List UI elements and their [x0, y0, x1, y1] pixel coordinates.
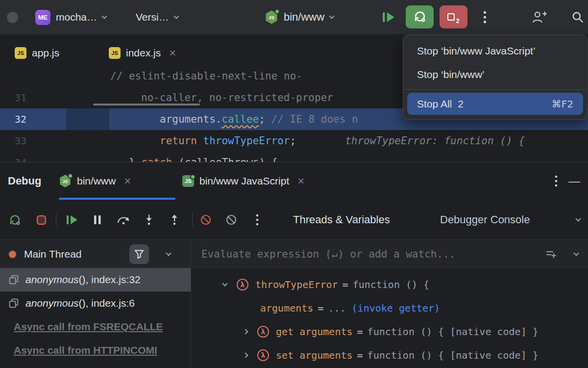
stack-frame-row[interactable]: anonymous(), index.js:32 — [0, 268, 191, 291]
function-icon: λ — [257, 349, 269, 361]
toggle-breakpoints-icon[interactable] — [221, 200, 241, 240]
line-gutter[interactable]: 33 — [0, 130, 66, 152]
pause-program-icon[interactable] — [88, 200, 107, 240]
vcs-widget[interactable]: Versi… — [136, 0, 178, 34]
debug-tab-binwww-javascript[interactable]: JS bin/www JavaScript × — [182, 162, 304, 200]
chevron-down-icon[interactable] — [574, 240, 578, 268]
evaluate-bar — [192, 240, 588, 268]
async-frame-separator[interactable]: Async call from FSREQCALLE — [0, 315, 191, 339]
code-text: (calleeThrows) { — [172, 157, 278, 162]
code-comment: no-caller, no-restricted-proper — [141, 92, 333, 104]
frame-icon — [9, 298, 19, 308]
running-indicator-dot — [68, 173, 73, 179]
menu-item-stop-javascript[interactable]: Stop ‘bin/www JavaScript’ — [403, 39, 587, 63]
menu-item-count: 2 — [458, 98, 464, 110]
view-tab-threads-variables[interactable]: Threads & Variables — [293, 200, 390, 240]
close-icon[interactable]: × — [124, 175, 131, 187]
chevron-down-icon — [101, 13, 107, 19]
variable-name: throwTypeError — [255, 279, 338, 290]
menu-item-shortcut: ⌘F2 — [552, 98, 573, 110]
resume-program-icon[interactable] — [382, 0, 395, 34]
code-line: 33 return throwTypeError;throwTypeError:… — [0, 130, 588, 152]
equals: = — [343, 279, 348, 290]
thread-name: Main Thread — [24, 248, 82, 260]
funnel-icon — [134, 249, 144, 259]
stop-icon[interactable] — [31, 200, 51, 240]
line-gutter[interactable]: 32 — [0, 108, 66, 130]
code-text: } — [129, 157, 141, 162]
restart-debug-button[interactable] — [406, 5, 434, 28]
run-config-widget[interactable]: JS bin/www — [265, 0, 334, 34]
project-widget[interactable]: ME mocha… — [35, 0, 106, 34]
code-comment: // eslint-disable-next-line no- — [110, 71, 302, 82]
javascript-debug-icon: JS — [182, 175, 194, 187]
stop-icon — [447, 13, 455, 21]
nodejs-letters: JS — [269, 15, 274, 20]
chevron-right-icon[interactable] — [243, 352, 248, 358]
debug-tab-binwww[interactable]: JS bin/www × — [59, 162, 131, 200]
chevron-right-icon[interactable] — [243, 329, 248, 334]
async-frame-separator[interactable]: Async call from HTTPINCOMI — [0, 339, 191, 362]
frames-pane: Main Thread anonymous(), index.js:32 — [0, 240, 191, 368]
code-text: ; — [259, 113, 271, 125]
chevron-down-icon[interactable] — [166, 250, 171, 256]
chevron-down-icon[interactable] — [568, 200, 588, 240]
variable-row[interactable]: λ get arguments=function () { [native co… — [192, 320, 588, 343]
add-watch-icon[interactable] — [546, 240, 557, 268]
step-into-icon[interactable] — [139, 200, 159, 240]
chevron-down-icon[interactable] — [222, 281, 227, 286]
stop-menu-popup: Stop ‘bin/www JavaScript’ Stop ‘bin/www’… — [403, 34, 588, 120]
close-icon[interactable]: × — [297, 175, 304, 187]
function-icon: λ — [257, 326, 269, 338]
minimize-icon[interactable]: — — [568, 162, 580, 200]
nodejs-icon: JS — [265, 10, 278, 25]
evaluate-input[interactable] — [192, 248, 588, 260]
view-tab-debugger-console[interactable]: Debugger Console — [440, 200, 530, 240]
editor-tab-indexjs[interactable]: JS index.js × — [109, 34, 176, 71]
menu-separator — [403, 89, 587, 90]
editor-tab-appjs[interactable]: JS app.js — [15, 34, 59, 71]
frame-icon — [9, 275, 19, 285]
variable-row[interactable]: arguments=...(invoke getter) — [192, 296, 588, 320]
variable-value: function () { [native code] } — [368, 349, 539, 361]
variables-tree: λ throwTypeError=function () { arguments… — [192, 268, 588, 368]
variables-pane: λ throwTypeError=function () { arguments… — [192, 240, 588, 368]
line-gutter[interactable] — [0, 71, 66, 87]
more-options-icon[interactable] — [247, 200, 267, 240]
resume-program-icon[interactable] — [62, 200, 82, 240]
nodejs-icon: JS — [59, 174, 72, 188]
javascript-file-icon: JS — [109, 47, 121, 59]
tab-label: app.js — [32, 47, 59, 59]
variable-row[interactable]: λ set arguments=function () { [native co… — [192, 343, 588, 367]
menu-item-label: Stop All — [417, 98, 452, 110]
step-over-icon[interactable] — [114, 200, 133, 240]
restart-debug-icon — [413, 10, 426, 25]
rerun-debug-icon[interactable] — [5, 200, 24, 240]
frame-function: anonymous — [25, 297, 79, 309]
more-options-icon[interactable] — [555, 162, 558, 200]
stop-process-button[interactable]: 2 — [440, 5, 467, 28]
search-icon[interactable] — [571, 0, 584, 34]
menu-item-stop-all[interactable]: Stop All 2 ⌘F2 — [407, 93, 583, 115]
close-icon[interactable]: × — [169, 47, 176, 59]
variable-value: function () { [native code] } — [368, 326, 539, 338]
filter-frames-button[interactable] — [129, 244, 149, 264]
step-out-icon[interactable] — [165, 200, 184, 240]
menu-item-stop-binwww[interactable]: Stop ‘bin/www’ — [403, 63, 587, 86]
invoke-getter-link[interactable]: (invoke getter) — [352, 302, 441, 314]
debug-toolbar: Threads & Variables Debugger Console — [0, 200, 588, 240]
mute-breakpoints-icon[interactable] — [196, 200, 216, 240]
add-user-icon[interactable] — [532, 0, 547, 34]
code-comment: // IE 8 does n — [271, 113, 358, 125]
keyword: return — [160, 135, 197, 147]
tab-label: bin/www — [77, 175, 116, 187]
code-text: ; — [290, 135, 296, 147]
line-gutter[interactable]: 34 — [0, 152, 66, 162]
thread-selector[interactable]: Main Thread — [0, 240, 191, 268]
more-options-icon[interactable] — [483, 0, 487, 34]
stack-frame-row[interactable]: anonymous(), index.js:6 — [0, 291, 191, 315]
line-gutter[interactable]: 31 — [0, 87, 66, 108]
js-letters: JS — [185, 178, 191, 184]
menu-item-label: Stop ‘bin/www JavaScript’ — [417, 45, 536, 57]
variable-row[interactable]: λ throwTypeError=function () { — [192, 273, 588, 296]
